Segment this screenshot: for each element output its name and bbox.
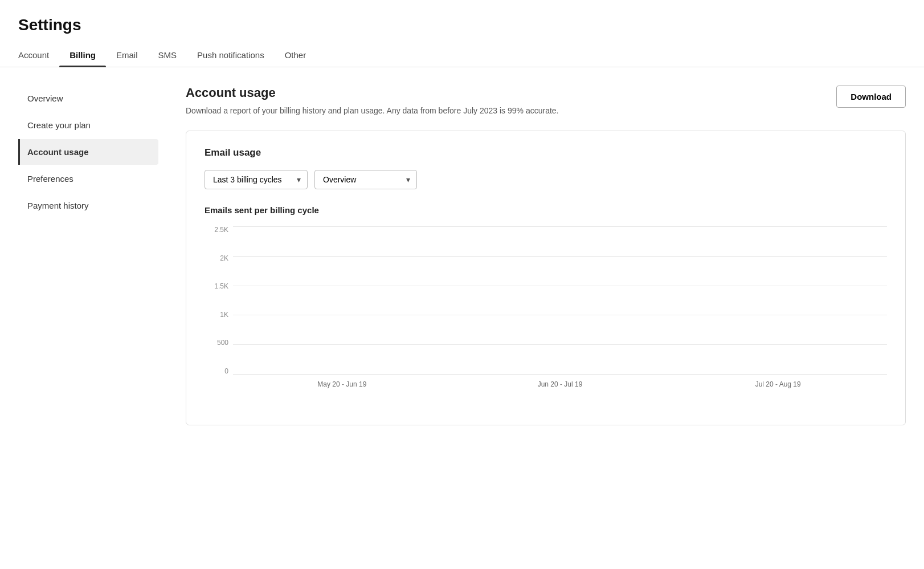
bars-area bbox=[233, 226, 887, 375]
section-info: Account usage Download a report of your … bbox=[186, 86, 559, 117]
x-label-jun-jul: Jun 20 - Jul 19 bbox=[451, 380, 669, 388]
billing-cycle-filter-wrapper: Last 3 billing cycles Last 6 billing cyc… bbox=[205, 170, 308, 189]
grid-line-0 bbox=[233, 374, 887, 375]
view-select[interactable]: Overview Details bbox=[314, 170, 417, 189]
tab-push-notifications[interactable]: Push notifications bbox=[187, 43, 275, 67]
sidebar-item-create-your-plan[interactable]: Create your plan bbox=[18, 112, 158, 138]
grid-line-2-5k bbox=[233, 226, 887, 227]
tab-sms[interactable]: SMS bbox=[148, 43, 187, 67]
top-nav: Account Billing Email SMS Push notificat… bbox=[0, 43, 924, 67]
view-filter-wrapper: Overview Details bbox=[314, 170, 417, 189]
download-button[interactable]: Download bbox=[836, 86, 906, 108]
x-label-jul-aug: Jul 20 - Aug 19 bbox=[669, 380, 887, 388]
y-label-1k: 1K bbox=[205, 311, 228, 318]
grid-line-500 bbox=[233, 344, 887, 345]
y-axis: 0 500 1K 1.5K 2K 2.5K bbox=[205, 226, 233, 375]
billing-cycle-select[interactable]: Last 3 billing cycles Last 6 billing cyc… bbox=[205, 170, 308, 189]
sidebar: Overview Create your plan Account usage … bbox=[18, 86, 172, 425]
x-labels: May 20 - Jun 19 Jun 20 - Jul 19 Jul 20 -… bbox=[233, 380, 887, 388]
tab-billing[interactable]: Billing bbox=[59, 43, 106, 67]
y-label-2k: 2K bbox=[205, 255, 228, 262]
grid-line-1k bbox=[233, 315, 887, 315]
chart-title: Emails sent per billing cycle bbox=[205, 205, 887, 215]
sidebar-item-payment-history[interactable]: Payment history bbox=[18, 193, 158, 218]
y-label-2-5k: 2.5K bbox=[205, 226, 228, 233]
tab-account[interactable]: Account bbox=[18, 43, 59, 67]
section-description: Download a report of your billing histor… bbox=[186, 105, 559, 117]
page-title: Settings bbox=[0, 0, 924, 43]
y-label-0: 0 bbox=[205, 368, 228, 375]
content-area: Overview Create your plan Account usage … bbox=[0, 67, 924, 425]
y-label-1-5k: 1.5K bbox=[205, 283, 228, 290]
tab-email[interactable]: Email bbox=[106, 43, 148, 67]
chart-container: 0 500 1K 1.5K 2K 2.5K bbox=[205, 226, 887, 409]
x-label-may-jun: May 20 - Jun 19 bbox=[233, 380, 451, 388]
y-label-500: 500 bbox=[205, 339, 228, 346]
section-header: Account usage Download a report of your … bbox=[186, 86, 906, 117]
main-content: Account usage Download a report of your … bbox=[172, 86, 906, 425]
email-usage-card: Email usage Last 3 billing cycles Last 6… bbox=[186, 131, 906, 425]
grid-line-2k bbox=[233, 256, 887, 257]
sidebar-item-preferences[interactable]: Preferences bbox=[18, 166, 158, 192]
chart-inner: 0 500 1K 1.5K 2K 2.5K bbox=[205, 226, 887, 375]
grid-line-1-5k bbox=[233, 286, 887, 286]
tab-other[interactable]: Other bbox=[275, 43, 317, 67]
grid-lines bbox=[233, 226, 887, 375]
card-title: Email usage bbox=[205, 147, 887, 158]
section-title: Account usage bbox=[186, 86, 559, 100]
sidebar-item-overview[interactable]: Overview bbox=[18, 86, 158, 111]
filters-row: Last 3 billing cycles Last 6 billing cyc… bbox=[205, 170, 887, 189]
sidebar-item-account-usage[interactable]: Account usage bbox=[18, 139, 158, 165]
